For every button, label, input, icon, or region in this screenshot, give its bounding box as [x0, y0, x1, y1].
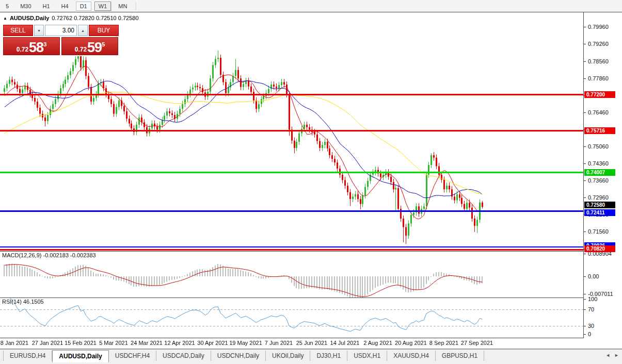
rsi-indicator-label: RSI(14) 46.1505 [2, 299, 44, 305]
tick-dash [584, 326, 586, 326]
price-badge: 0.77200 [584, 91, 615, 98]
timeframe-button-h1[interactable]: H1 [39, 2, 54, 11]
rsi-axis-label: 30 [584, 323, 594, 329]
tick-text: 30 [588, 323, 594, 329]
sell-price-point: 3 [43, 38, 46, 51]
date-tick-label: 8 Jan 2021 [1, 340, 28, 346]
tick-text: 0.79960 [588, 24, 609, 30]
price-tick-label: 0.71560 [584, 228, 609, 235]
tab-eurusd-h4[interactable]: EURUSD,H4 [3, 351, 52, 361]
date-tick-label: 30 Apr 2021 [197, 340, 228, 346]
tick-text: 0.73660 [588, 177, 609, 184]
rsi-panel-splitter[interactable] [0, 297, 622, 298]
date-tick-label: 15 Feb 2021 [65, 340, 97, 346]
tick-text: 0.76460 [588, 109, 609, 115]
chart-tab-bar: EURUSD,H4AUDUSD,DailyUSDCHF,H4USDCAD,Dai… [0, 350, 622, 364]
sell-button[interactable]: SELL [3, 25, 33, 36]
price-tick-label: 0.72960 [584, 194, 609, 201]
buy-price-point: 5 [102, 38, 105, 51]
price-tick-label: 0.77860 [584, 75, 609, 81]
window-top-border [0, 12, 622, 12]
date-tick-label: 25 Jun 2021 [296, 340, 328, 346]
tick-text: 0.75060 [588, 143, 609, 150]
tick-dash [584, 78, 586, 79]
tick-dash [584, 334, 586, 335]
date-tick-label: 12 Apr 2021 [164, 340, 195, 346]
date-tick-label: 14 Jul 2021 [330, 340, 360, 346]
toolbar-divider [136, 2, 137, 10]
tick-dash [584, 163, 586, 164]
rsi-axis-label: 70 [584, 306, 594, 312]
timeframe-button-m30[interactable]: M30 [16, 2, 35, 11]
chart-ohlc-values: 0.72762 0.72820 0.72510 0.72580 [52, 15, 138, 21]
price-tick-label: 0.78560 [584, 58, 609, 64]
tick-dash [584, 27, 586, 27]
tick-text: 0 [588, 331, 591, 337]
date-tick-label: 20 Aug 2021 [395, 340, 427, 346]
tab-scroll-nav: ◄ ► [605, 353, 619, 358]
date-tick-label: 5 Mar 2021 [99, 340, 128, 346]
tab-dj30-h1[interactable]: DJ30,H1 [310, 351, 347, 361]
date-tick-label: 19 May 2021 [229, 340, 262, 346]
tick-dash [584, 61, 586, 62]
tick-dash [584, 299, 586, 300]
price-badge: 0.74007 [584, 169, 615, 176]
tick-text: 0.72960 [588, 194, 609, 201]
tab-ukoil-daily[interactable]: UKOil,Daily [266, 351, 310, 361]
tick-dash [584, 294, 586, 294]
date-tick-label: 24 Mar 2021 [131, 340, 163, 346]
tab-usdx-h1[interactable]: USDX,H1 [347, 351, 387, 361]
chart-title: ▲ AUDUSD,Daily 0.72762 0.72820 0.72510 0… [3, 15, 139, 21]
tab-audusd-daily[interactable]: AUDUSD,Daily [52, 350, 108, 362]
tab-xauusd-h4[interactable]: XAUUSD,H4 [387, 351, 436, 361]
tick-text: 0.77860 [588, 75, 609, 81]
macd-axis-label: 0.00 [584, 273, 599, 279]
tick-dash [584, 146, 586, 147]
volume-input[interactable] [45, 25, 77, 36]
one-click-trading-panel: SELL ▼ ▲ BUY 0.72 58 3 0.72 59 5 [2, 24, 120, 56]
tick-text: 0.79260 [588, 41, 609, 47]
tick-dash [584, 309, 586, 310]
price-tick-label: 0.76460 [584, 109, 609, 115]
macd-indicator-label: MACD(12,26,9) -0.002183 -0.002383 [2, 252, 96, 258]
price-badge: 0.75716 [584, 127, 615, 134]
tick-dash [584, 231, 586, 232]
volume-up-button[interactable]: ▲ [78, 25, 88, 36]
collapse-panel-icon[interactable]: ▲ [3, 15, 7, 21]
date-axis[interactable]: 8 Jan 202127 Jan 202115 Feb 20215 Mar 20… [0, 338, 622, 349]
sell-price-display[interactable]: 0.72 58 3 [3, 37, 60, 55]
buy-price-pips: 59 [87, 41, 102, 54]
price-tick-label: 0.74360 [584, 160, 609, 167]
timeframe-button-h4[interactable]: H4 [57, 2, 73, 11]
rsi-axis-label: 100 [584, 296, 597, 302]
tab-scroll-left-icon[interactable]: ◄ [605, 353, 610, 358]
tick-dash [584, 44, 586, 44]
volume-down-button[interactable]: ▼ [34, 25, 44, 36]
mt4-window: 5M30H1H4D1W1MN ▲ AUDUSD,Daily 0.72762 0.… [0, 0, 622, 364]
date-tick-label: 7 Jun 2021 [265, 340, 293, 346]
tick-text: 0.74360 [588, 160, 609, 167]
date-tick-label: 27 Sep 2021 [461, 340, 493, 346]
date-tick-label: 2 Aug 2021 [363, 340, 392, 346]
tab-scroll-right-icon[interactable]: ► [614, 353, 619, 358]
chart-symbol-label: AUDUSD,Daily [10, 15, 49, 21]
timeframe-button-d1[interactable]: D1 [76, 2, 91, 11]
timeframe-button-5[interactable]: 5 [2, 2, 13, 11]
buy-button[interactable]: BUY [89, 25, 119, 36]
tab-usdchf-h4[interactable]: USDCHF,H4 [109, 351, 156, 361]
macd-panel-splitter[interactable] [0, 251, 622, 252]
price-axis[interactable]: 0.799600.792600.785600.778600.771600.764… [584, 12, 622, 338]
tab-usdcnh-daily[interactable]: USDCNH,Daily [211, 351, 266, 361]
rsi-axis-label: 0 [584, 331, 591, 337]
timeframe-button-mn[interactable]: MN [114, 2, 131, 11]
date-tick-label: 8 Sep 2021 [429, 340, 458, 346]
buy-price-display[interactable]: 0.72 59 5 [61, 37, 118, 55]
tab-usdcad-daily[interactable]: USDCAD,Daily [156, 351, 211, 361]
tab-gbpusd-h1[interactable]: GBPUSD,H1 [436, 351, 484, 361]
tick-dash [584, 197, 586, 198]
timeframe-toolbar: 5M30H1H4D1W1MN [0, 0, 622, 12]
date-tick-label: 27 Jan 2021 [32, 340, 63, 346]
sell-price-major: 0.72 [17, 45, 28, 54]
buy-price-major: 0.72 [75, 45, 87, 54]
timeframe-button-w1[interactable]: W1 [94, 2, 111, 11]
